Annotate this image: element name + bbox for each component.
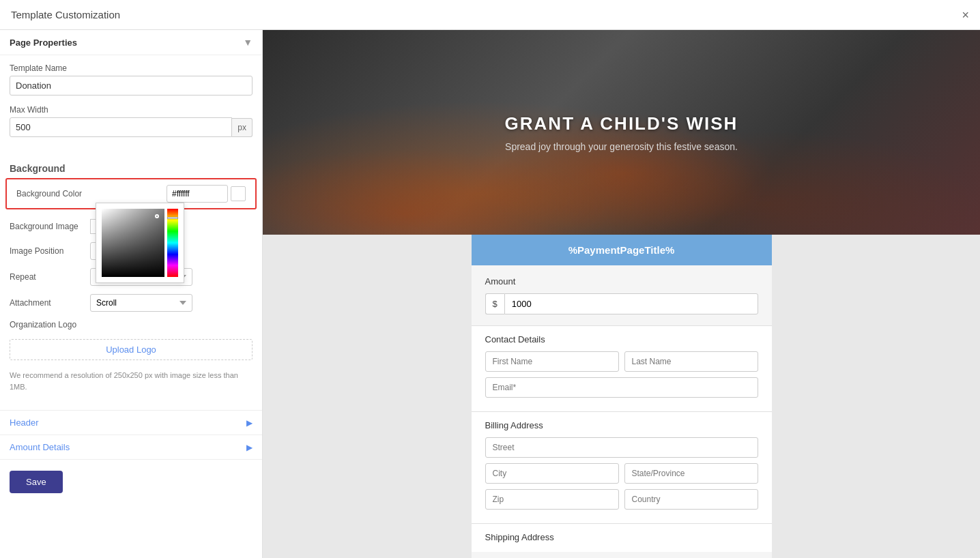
street-input[interactable] [485, 437, 758, 458]
save-button[interactable]: Save [10, 471, 63, 493]
page-properties-header[interactable]: Page Properties ▼ [0, 30, 262, 55]
max-width-label: Max Width [10, 105, 253, 115]
upload-logo-button[interactable]: Upload Logo [10, 339, 253, 360]
background-color-field[interactable]: Background Color [5, 178, 257, 209]
attachment-select[interactable]: Scroll Fixed [90, 294, 192, 312]
amount-input[interactable] [504, 293, 758, 314]
preview-form-wrap: %PaymentPageTitle% Amount $ Contact Deta… [472, 235, 772, 558]
amount-row: $ [485, 293, 758, 314]
currency-symbol: $ [485, 293, 504, 314]
amount-section: Amount $ [472, 265, 772, 325]
background-image-label: Background Image [10, 222, 85, 231]
page-properties-content: Template Name Max Width px [0, 55, 262, 155]
spacer [0, 396, 262, 410]
template-name-field: Template Name [10, 63, 253, 96]
org-logo-field: Organization Logo Upload Logo We recomme… [0, 316, 262, 396]
hero-title: GRANT A CHILD'S WISH [505, 113, 738, 134]
city-input[interactable] [485, 463, 619, 484]
max-width-input-group: px [10, 117, 253, 137]
background-section-title: Background [0, 155, 262, 178]
amount-details-section: Amount Details ▶ [0, 435, 262, 459]
color-input-group [167, 185, 246, 203]
shipping-address-section: Shipping Address [472, 523, 772, 552]
title-bar-title: Template Customization [11, 9, 120, 20]
zip-country-row [485, 489, 758, 510]
picker-inner [102, 209, 178, 277]
last-name-input[interactable] [624, 351, 758, 372]
first-name-input[interactable] [485, 351, 619, 372]
zip-input[interactable] [485, 489, 619, 510]
billing-address-section: Billing Address [472, 411, 772, 523]
name-row [485, 351, 758, 372]
shipping-address-label: Shipping Address [485, 532, 758, 542]
hue-handle[interactable] [167, 217, 178, 219]
state-province-input[interactable] [624, 463, 758, 484]
amount-details-label: Amount Details [10, 442, 70, 452]
payment-title-bar: %PaymentPageTitle% [472, 235, 772, 265]
header-section: Header ▶ [0, 410, 262, 435]
page-properties-label: Page Properties [10, 38, 77, 48]
attachment-field: Attachment Scroll Fixed [0, 290, 262, 316]
title-bar: Template Customization × [0, 0, 980, 30]
hue-bar[interactable] [167, 209, 178, 277]
color-swatch[interactable] [231, 186, 246, 201]
app-window: Template Customization × Page Properties… [0, 0, 980, 558]
max-width-field: Max Width px [10, 105, 253, 137]
amount-details-arrow-icon: ▶ [246, 443, 253, 452]
payment-page-title: %PaymentPageTitle% [568, 244, 675, 256]
background-color-input[interactable] [167, 185, 228, 203]
right-panel: GRANT A CHILD'S WISH Spread joy through … [263, 30, 980, 558]
header-label: Header [10, 417, 39, 428]
picker-handle[interactable] [155, 214, 159, 218]
repeat-label: Repeat [10, 272, 85, 282]
background-color-label: Background Color [16, 189, 162, 199]
attachment-label: Attachment [10, 298, 85, 308]
template-name-label: Template Name [10, 63, 253, 73]
image-position-label: Image Position [10, 246, 85, 256]
billing-address-label: Billing Address [485, 420, 758, 430]
header-arrow-icon: ▶ [246, 418, 253, 428]
hero-subtitle: Spread joy through your generosity this … [505, 141, 738, 152]
contact-details-section: Contact Details [472, 325, 772, 411]
left-panel: Page Properties ▼ Template Name Max Widt… [0, 30, 263, 558]
preview-hero: GRANT A CHILD'S WISH Spread joy through … [263, 30, 980, 235]
header-collapsible[interactable]: Header ▶ [0, 411, 262, 435]
save-button-wrap: Save [0, 459, 262, 504]
color-picker-popup [96, 203, 184, 283]
max-width-input[interactable] [10, 117, 232, 137]
email-input[interactable] [485, 377, 758, 398]
amount-details-collapsible[interactable]: Amount Details ▶ [0, 435, 262, 459]
page-properties-arrow-icon: ▼ [243, 37, 253, 48]
org-logo-label: Organization Logo [10, 320, 85, 329]
hero-text: GRANT A CHILD'S WISH Spread joy through … [505, 113, 738, 152]
close-button[interactable]: × [962, 9, 969, 21]
max-width-unit: px [232, 118, 253, 137]
country-input[interactable] [624, 489, 758, 510]
logo-hint: We recommend a resolution of 250x250 px … [10, 370, 253, 392]
main-layout: Page Properties ▼ Template Name Max Widt… [0, 30, 980, 558]
city-state-row [485, 463, 758, 484]
contact-details-label: Contact Details [485, 334, 758, 344]
template-name-input[interactable] [10, 76, 253, 96]
gradient-box[interactable] [102, 209, 164, 277]
amount-label: Amount [485, 276, 758, 287]
